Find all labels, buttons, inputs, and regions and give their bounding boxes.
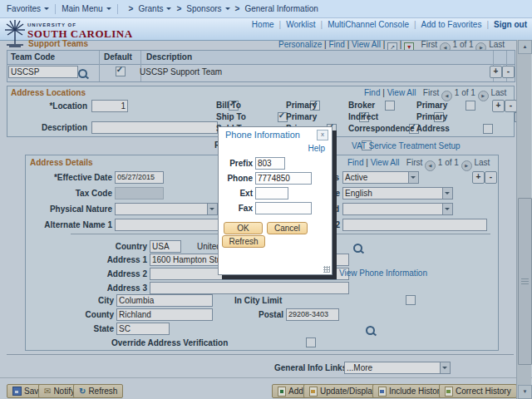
chevron-down-icon (225, 7, 230, 12)
home-link[interactable]: Home (252, 20, 274, 29)
prefix-input[interactable]: 803 (255, 157, 285, 170)
breadcrumb-separator: > (235, 4, 240, 13)
prefix-label: Prefix (224, 159, 253, 168)
fax-input[interactable] (255, 202, 312, 214)
chevron-down-icon (44, 7, 49, 12)
ok-button[interactable]: OK (224, 222, 263, 234)
separator: | (279, 20, 282, 29)
header-links: Home| Worklist| MultiChannel Console| Ad… (252, 20, 527, 29)
chevron-down-icon (106, 7, 111, 12)
breadcrumb-current: General Information (244, 4, 318, 13)
phone-input[interactable]: 7774850 (255, 172, 312, 185)
phone-label: Phone (224, 174, 253, 183)
worklist-link[interactable]: Worklist (286, 20, 315, 29)
separator: | (321, 20, 323, 29)
multichannel-console-link[interactable]: MultiChannel Console (328, 20, 409, 29)
breadcrumb-favorites[interactable]: Favorites (7, 4, 41, 13)
breadcrumb-sponsors[interactable]: Sponsors (186, 4, 221, 13)
help-link[interactable]: Help (308, 144, 325, 153)
breadcrumb: Favorites Main Menu > Grants > Sponsors … (0, 0, 532, 18)
chevron-down-icon (166, 7, 171, 12)
fax-label: Fax (224, 204, 253, 213)
sign-out-link[interactable]: Sign out (494, 20, 527, 29)
separator: | (414, 20, 416, 29)
divider (55, 4, 56, 14)
modal-refresh-button[interactable]: Refresh (222, 235, 265, 248)
peoplesoft-page: Favorites Main Menu > Grants > Sponsors … (0, 0, 532, 399)
divider (117, 4, 118, 14)
cancel-button[interactable]: Cancel (267, 222, 308, 234)
breadcrumb-separator: > (129, 4, 134, 13)
close-icon[interactable]: x (317, 130, 328, 140)
breadcrumb-main-menu[interactable]: Main Menu (62, 4, 102, 13)
breadcrumb-separator: > (176, 4, 181, 13)
add-to-favorites-link[interactable]: Add to Favorites (421, 20, 482, 29)
phone-information-dialog: Phone Information x Help Prefix 803 Phon… (218, 126, 332, 275)
dialog-title: Phone Information (225, 130, 300, 140)
resize-handle-icon[interactable] (323, 266, 330, 273)
separator: | (486, 20, 489, 29)
ext-input[interactable] (255, 187, 288, 200)
ext-label: Ext (224, 189, 253, 198)
breadcrumb-grants[interactable]: Grants (138, 4, 163, 13)
